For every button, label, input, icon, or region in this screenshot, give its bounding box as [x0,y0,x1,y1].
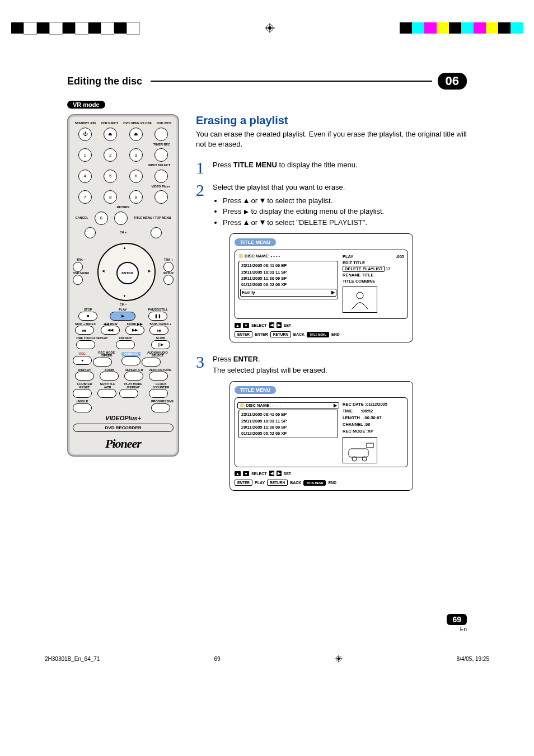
angle-button[interactable] [73,403,92,412]
cancel-button[interactable] [85,227,96,238]
rec-button[interactable]: ● [73,356,92,365]
digit-0-button[interactable]: 0 [95,212,108,225]
digit-6-button[interactable]: 6 [129,170,143,183]
right-key-icon: ▶ [277,471,282,476]
digit-8-button[interactable]: 8 [104,190,117,204]
counter-button[interactable] [73,389,92,398]
rec-label: REC [73,353,92,356]
cm-skip-button[interactable] [116,340,135,349]
dvd-menu-button[interactable] [73,275,83,285]
timer-rec-button[interactable] [154,148,168,162]
return-label: RETURN [73,206,174,209]
skip-minus-label: SKIP –/ INDEX [75,323,96,326]
footer-docid: 2H30301B_En_64_71 [45,656,100,662]
stop-button[interactable]: ■ [78,312,97,321]
standby-label: STANDBY /ON [75,122,96,125]
digit-4-button[interactable]: 4 [78,170,92,183]
osd-nav-row: ▲▼ SELECT ◀▶ SET [235,471,408,476]
step-number: 3 [196,354,207,370]
osd-list-row: 25/11/2005 10:03 11 SP [241,418,335,424]
osd-label-play: PLAY [255,481,265,485]
cm-skip-label: CM SKIP [116,337,135,340]
osd-btn-enter: ENTER [235,480,252,486]
svg-point-3 [268,26,271,30]
osd-thumbnail [343,287,377,313]
trk-plus-label: TRK + [163,259,174,262]
osd-label-enter: ENTER [255,332,268,336]
osd-list-row: 01/12/2005 06:52 06 XP [241,281,335,288]
zoom-button[interactable] [100,372,119,381]
digit-1-button[interactable]: 1 [78,148,92,162]
videoplus-label: VIDEO Plus+ [73,185,170,189]
dubbing-button[interactable] [121,356,140,365]
rec-mode-button[interactable] [93,358,112,367]
svg-marker-7 [244,220,249,225]
repeat-ab-button[interactable] [124,372,143,381]
slow-label: SLOW [151,337,170,340]
osd-menu-combine: TITLE COMBINE [343,278,404,284]
setup-button[interactable] [163,275,174,285]
pause-button[interactable]: ❚❚ [148,312,167,321]
direction-pad[interactable]: ▲ ▼ ◀ ▶ ENTER [97,243,156,301]
registration-mark-icon [335,655,343,663]
digit-9-button[interactable]: 9 [129,190,143,204]
step-1: 1 Press TITLE MENU to display the title … [196,159,467,176]
slow-button[interactable]: ❙▶ [151,340,170,349]
osd-list-row: 23/11/2005 08:41 06 EP [241,262,335,269]
display-button[interactable] [75,372,94,381]
return-button[interactable] [114,212,128,225]
trk-minus-button[interactable] [73,262,83,272]
ch-minus-label: CH – [73,303,174,307]
zero-return-label: ZERO RETURN [149,369,171,372]
rewind-button[interactable]: ◀◀ [101,326,120,335]
ch-plus-label: CH + [120,231,127,234]
rec-mode-label: REC MODE /SPEED [93,351,120,358]
step-3: 3 Press ENTER. The selected playlist wil… [196,354,467,375]
trk-minus-label: TRK – [73,259,89,262]
osd-list-row-selected: Family▶ [240,289,336,296]
stop-label: STOP [78,308,97,312]
play-mode-button[interactable] [119,389,138,398]
zoom-label: ZOOM [100,369,119,372]
dvd-vcr-button[interactable] [154,128,168,141]
trk-plus-button[interactable] [163,262,174,272]
vcr-eject-button[interactable]: ⏏ [104,128,117,141]
osd-btn-title-menu: TITLE MENU [307,332,329,337]
osd-list-row: 23/11/2005 08:41 06 EP [241,411,335,417]
osd-button-row: ENTER ENTER RETURN BACK TITLE MENU END [235,331,408,337]
audio-button[interactable] [142,358,161,367]
dvd-open-button[interactable]: ⏏ [129,128,143,141]
play-mode-label: PLAY MODE /REPEAT [119,383,148,389]
svg-marker-4 [244,199,249,203]
digit-2-button[interactable]: 2 [104,148,117,162]
registration-mark-icon [265,23,275,33]
osd-list-row: 01/12/2005 06:52 06 XP [241,430,335,436]
title-menu-button[interactable] [151,227,162,238]
skip-next-button[interactable]: ⏭ [149,326,168,335]
ffwd-button[interactable]: ▶▶ [125,326,144,335]
display-label: DISPLAY [75,369,94,372]
osd-thumbnail [343,437,377,463]
skip-prev-button[interactable]: ⏮ [75,326,94,335]
digit-5-button[interactable]: 5 [104,170,117,183]
play-button[interactable]: ▶ [110,312,135,321]
progressive-button[interactable] [151,403,170,412]
input-select-button[interactable] [154,170,168,183]
step3-text-bold: ENTER [233,355,258,363]
counter-label: COUNTER RESET [73,383,96,389]
chapter-number-badge: 06 [438,73,467,90]
clock-button[interactable] [149,389,168,398]
left-key-icon: ◀ [269,322,274,328]
dvd-vcr-label: DVD /VCR [157,122,171,125]
osd-btn-enter: ENTER [235,331,252,337]
subtitle-button[interactable] [97,389,116,398]
videoplus-button[interactable] [154,190,168,204]
standby-button[interactable]: ⏻ [78,128,92,141]
zero-return-button[interactable] [149,372,168,381]
digit-3-button[interactable]: 3 [129,148,143,162]
digit-7-button[interactable]: 7 [78,190,92,204]
enter-button[interactable]: ENTER [116,262,139,284]
repeat-ab-label: REPEAT A-B [124,369,143,372]
one-touch-button[interactable] [76,340,95,349]
osd-btn-return: RETURN [270,331,291,337]
